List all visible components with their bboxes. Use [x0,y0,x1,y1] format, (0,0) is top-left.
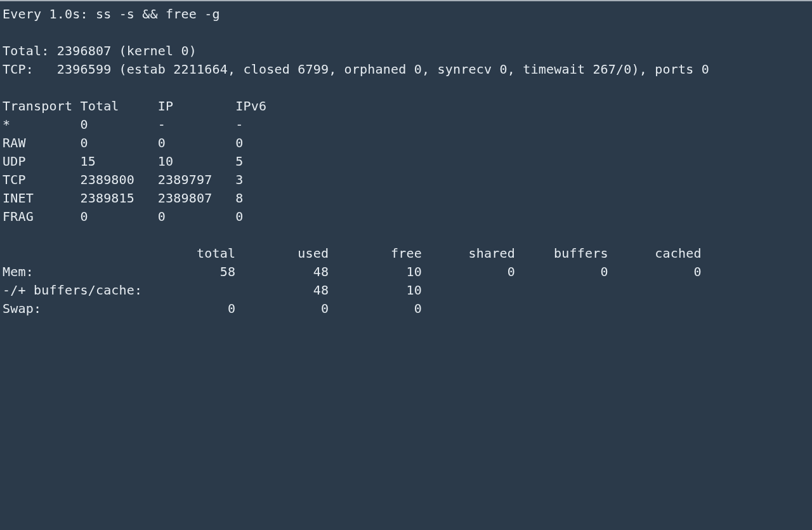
watch-command: ss -s && free -g [96,6,220,22]
watch-interval: 1.0s [49,6,80,22]
free-table: total used free shared buffers cached Me… [3,246,702,316]
terminal-output: Every 1.0s: ss -s && free -g Total: 2396… [0,1,812,318]
ss-tcp-synrecv: 0 [499,62,507,77]
ss-tcp-ports: 0 [702,62,709,77]
ss-tcp-line: TCP: 2396599 (estab 2211664, closed 6799… [3,62,709,77]
ss-total-value: 2396807 [57,43,112,58]
ss-tcp-timewait: 267/0 [593,62,631,77]
watch-line: Every 1.0s: ss -s && free -g [3,6,220,22]
ss-total-line: Total: 2396807 (kernel 0) [3,43,197,58]
ss-tcp-estab: 2211664 [173,62,228,77]
ss-kernel-value: 0 [181,43,189,58]
ss-tcp-orphaned: 0 [414,62,422,77]
transport-table: Transport Total IP IPv6 * 0 - - RAW 0 0 … [3,98,266,224]
ss-tcp-total: 2396599 [57,62,112,77]
ss-tcp-closed: 6799 [298,62,329,77]
